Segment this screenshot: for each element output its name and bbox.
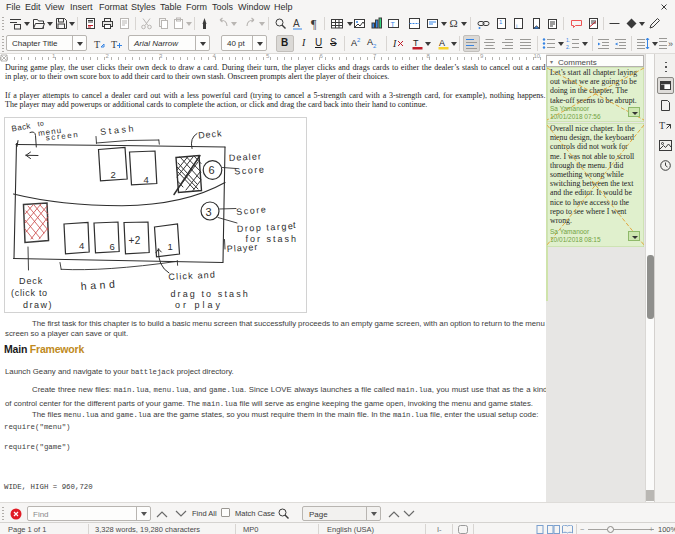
svg-text:2.: 2. [566, 44, 570, 50]
svg-text:T: T [111, 39, 117, 50]
svg-text:Deck: Deck [19, 276, 43, 286]
svg-text:A: A [293, 18, 300, 29]
svg-text:4: 4 [144, 174, 150, 185]
svg-text:1.: 1. [566, 37, 570, 43]
svg-text:2: 2 [111, 169, 117, 180]
svg-text:6: 6 [209, 164, 216, 176]
svg-text:1: 1 [168, 241, 174, 252]
svg-text:Deck: Deck [198, 128, 223, 140]
svg-text:T: T [391, 21, 396, 28]
svg-text:drag to stash: drag to stash [171, 289, 250, 299]
svg-text:A: A [439, 38, 445, 48]
svg-text:T: T [94, 39, 100, 50]
svg-text:draw): draw) [23, 300, 53, 310]
svg-text:3: 3 [206, 206, 213, 218]
svg-text:(click to: (click to [11, 288, 48, 298]
svg-text:I: I [392, 38, 397, 49]
svg-text:4: 4 [79, 240, 85, 251]
svg-text:i: i [516, 23, 517, 29]
svg-text:6: 6 [110, 241, 116, 252]
svg-text:Ω: Ω [450, 17, 458, 29]
svg-text:T: T [659, 120, 665, 131]
svg-text:or play: or play [175, 300, 223, 310]
svg-text:+2: +2 [129, 235, 141, 246]
svg-text:¶: ¶ [311, 17, 317, 30]
svg-text:T: T [413, 38, 419, 48]
svg-text:Dealer: Dealer [229, 151, 263, 163]
svg-text:t: t [293, 220, 296, 230]
svg-text:to: to [37, 119, 45, 127]
